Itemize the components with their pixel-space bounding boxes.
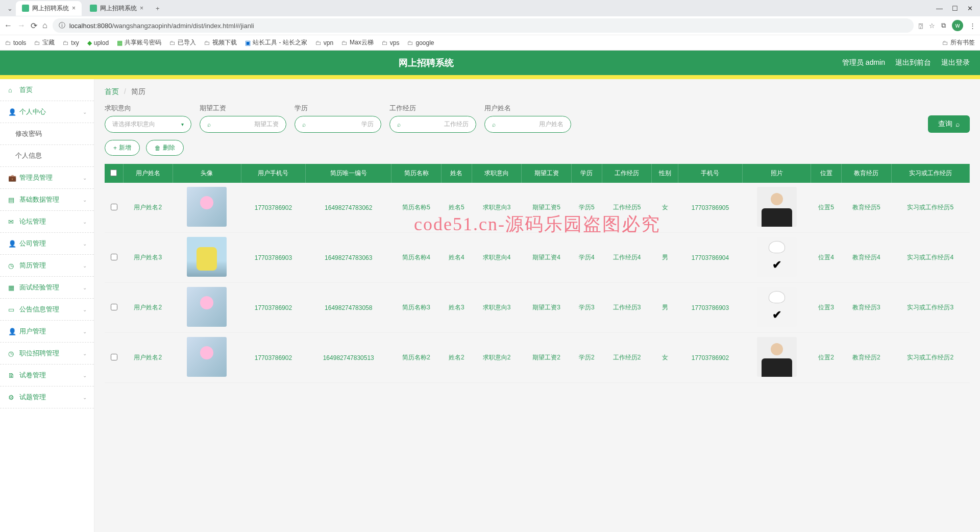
all-bookmarks[interactable]: 🗀所有书签 [942, 38, 975, 47]
site-info-icon[interactable]: ⓘ [59, 21, 65, 30]
row-checkbox[interactable] [111, 204, 117, 210]
cell-salary: 期望工资5 [522, 183, 571, 233]
browser-tab-2[interactable]: 网上招聘系统 × [84, 1, 150, 16]
bookmark-item[interactable]: 🗀tools [5, 39, 26, 46]
sidebar-item[interactable]: ▦面试经验管理⌄ [0, 277, 94, 299]
sidebar-item[interactable]: 🗎试卷管理⌄ [0, 365, 94, 386]
table-header-row: 用户姓名头像用户手机号简历唯一编号简历名称姓名求职意向期望工资学历工作经历性别手… [105, 164, 970, 183]
cell-eduexp: 教育经历5 [842, 183, 891, 233]
bookmark-item[interactable]: 🗀google [407, 39, 434, 46]
photo-image [757, 337, 797, 377]
table-header-cell: 实习或工作经历 [891, 164, 969, 183]
avatar-image [187, 287, 227, 327]
bookmark-item[interactable]: 🗀已导入 [169, 38, 196, 47]
profile-avatar[interactable]: w [952, 20, 963, 31]
row-checkbox[interactable] [111, 254, 117, 260]
bookmark-item[interactable]: ▣站长工具 - 站长之家 [245, 38, 307, 47]
filter-label: 用户姓名 [484, 104, 571, 113]
user-icon: 👤 [8, 328, 15, 335]
sidebar-item-label: 首页 [19, 85, 33, 94]
logout-link[interactable]: 退出登录 [941, 58, 970, 67]
salary-input[interactable]: ⌕期望工资 [200, 116, 286, 133]
tab-dropdown-icon[interactable]: ⌄ [4, 5, 16, 12]
row-checkbox[interactable] [111, 304, 117, 310]
intent-select[interactable]: 请选择求职意向▾ [105, 116, 191, 133]
maximize-icon[interactable]: ☐ [952, 5, 958, 12]
sidebar-item[interactable]: ✉论坛管理⌄ [0, 211, 94, 233]
forward-icon[interactable]: → [17, 21, 26, 30]
sidebar-item[interactable]: ◷简历管理⌄ [0, 255, 94, 277]
folder-icon: 🗀 [63, 39, 69, 46]
sidebar-item[interactable]: 👤个人中心⌄ [0, 101, 94, 123]
avatar-image [187, 187, 227, 227]
cell-gender: 男 [652, 283, 678, 333]
cell-intent: 求职意向4 [472, 233, 521, 283]
cell-workexp: 实习或工作经历4 [891, 233, 969, 283]
add-button[interactable]: +新增 [105, 140, 140, 156]
breadcrumb-home[interactable]: 首页 [105, 87, 119, 95]
table-header-cell: 头像 [173, 164, 241, 183]
cell-name: 姓名2 [441, 333, 472, 383]
sidebar-item[interactable]: ⚙试题管理⌄ [0, 386, 94, 408]
sidebar-item[interactable]: 💼管理员管理⌄ [0, 167, 94, 189]
select-all-checkbox[interactable] [110, 170, 117, 176]
bookmark-item[interactable]: 🗀Max云梯 [341, 38, 374, 47]
bookmark-item[interactable]: 🗀vps [382, 39, 400, 46]
avatar-image [187, 337, 227, 377]
minimize-icon[interactable]: — [936, 5, 943, 12]
bookmark-item[interactable]: 🗀vpn [315, 39, 333, 46]
cell-exp: 工作经历4 [602, 233, 651, 283]
bookmark-item[interactable]: ▦共享账号密码 [117, 38, 161, 47]
sidebar-item[interactable]: 👤公司管理⌄ [0, 233, 94, 255]
delete-button[interactable]: 🗑删除 [146, 140, 184, 156]
bookmark-item[interactable]: ◆uplod [87, 39, 109, 46]
leaf-icon: ◆ [87, 39, 92, 46]
bookmark-item[interactable]: 🗀txy [63, 39, 79, 46]
table-header-cell: 位置 [811, 164, 841, 183]
bookmark-star-icon[interactable]: ☆ [929, 22, 935, 30]
cell-workexp: 实习或工作经历2 [891, 333, 969, 383]
row-checkbox[interactable] [111, 354, 117, 360]
chevron-down-icon: ⌄ [83, 307, 87, 312]
cell-eduexp: 教育经历3 [842, 283, 891, 333]
close-icon[interactable]: × [140, 5, 143, 12]
username-input[interactable]: ⌕用户姓名 [484, 116, 571, 133]
current-user[interactable]: 管理员 admin [842, 58, 885, 67]
sidebar-item[interactable]: ▭公告信息管理⌄ [0, 299, 94, 321]
sidebar-item[interactable]: ⌂首页 [0, 79, 94, 101]
education-input[interactable]: ⌕学历 [295, 116, 381, 133]
experience-input[interactable]: ⌕工作经历 [389, 116, 476, 133]
go-frontend-link[interactable]: 退出到前台 [895, 58, 931, 67]
table-header-cell: 期望工资 [522, 164, 571, 183]
chevron-down-icon: ⌄ [83, 241, 87, 247]
sidebar-item[interactable]: ▤基础数据管理⌄ [0, 189, 94, 211]
url-input[interactable]: ⓘ localhost:8080/wangshangzaopinh/admin/… [53, 18, 914, 33]
menu-icon[interactable]: ⋮ [969, 22, 976, 30]
extensions-icon[interactable]: ⧉ [941, 21, 946, 30]
home-icon[interactable]: ⌂ [42, 21, 47, 30]
folder-icon: 🗀 [382, 39, 388, 46]
back-icon[interactable]: ← [4, 21, 12, 30]
cell-resume: 简历名称4 [391, 233, 441, 283]
close-icon[interactable]: × [72, 5, 76, 12]
reload-icon[interactable]: ⟳ [31, 21, 37, 31]
filter-education: 学历 ⌕学历 [295, 104, 381, 133]
search-icon: ⌕ [302, 121, 306, 128]
sidebar-item[interactable]: 👤用户管理⌄ [0, 321, 94, 343]
new-tab-button[interactable]: + [152, 5, 164, 12]
bookmark-item[interactable]: 🗀宝藏 [34, 38, 55, 47]
sidebar-item[interactable]: 个人信息 [0, 145, 94, 167]
sidebar-item[interactable]: 修改密码 [0, 123, 94, 145]
translate-icon[interactable]: ⍰ [919, 22, 923, 30]
chevron-down-icon: ⌄ [83, 175, 87, 181]
browser-tab-1[interactable]: 网上招聘系统 × [16, 1, 82, 16]
bookmark-item[interactable]: 🗀视频下载 [204, 38, 237, 47]
header-actions: 管理员 admin 退出到前台 退出登录 [842, 58, 970, 67]
sidebar-item-label: 个人信息 [15, 151, 42, 160]
filter-experience: 工作经历 ⌕工作经历 [389, 104, 476, 133]
tab-bar: ⌄ 网上招聘系统 × 网上招聘系统 × + — ☐ ✕ [0, 0, 980, 16]
close-window-icon[interactable]: ✕ [967, 5, 973, 12]
sidebar-item[interactable]: ◷职位招聘管理⌄ [0, 343, 94, 365]
query-button[interactable]: 查询⌕ [928, 115, 970, 133]
action-row: +新增 🗑删除 [105, 140, 970, 156]
